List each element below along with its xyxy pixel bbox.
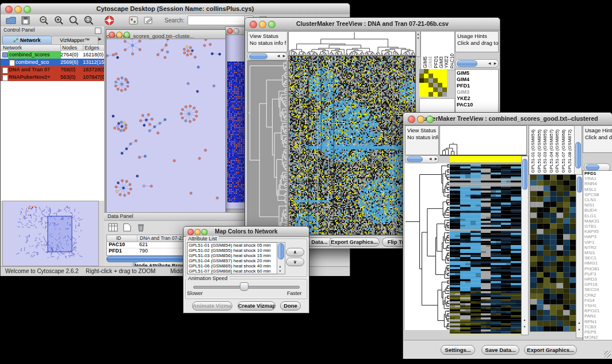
attribute-table-icon[interactable] — [108, 223, 119, 232]
speed-slider-thumb[interactable] — [240, 282, 248, 291]
matrix-row-label[interactable]: GIM4 — [456, 76, 498, 83]
gene-label[interactable]: ELG1 — [583, 213, 612, 219]
open-session-icon[interactable] — [5, 16, 17, 25]
close-button[interactable] — [109, 32, 115, 38]
scroll-up-arrow[interactable]: ▲ — [277, 265, 283, 269]
scroll-thumb[interactable] — [249, 53, 267, 59]
scroll-left-arrow[interactable]: ◀ — [276, 54, 281, 58]
scroll-thumb[interactable] — [586, 164, 599, 170]
minimize-button[interactable] — [194, 229, 201, 235]
minimize-button[interactable] — [234, 28, 239, 34]
attribute-item[interactable]: GPL51-07 (GSM868) heat shock 60 min — [188, 269, 278, 274]
zoom-in-icon[interactable] — [53, 16, 65, 25]
network-overview-panel[interactable] — [2, 201, 99, 266]
tv1-heatmap[interactable] — [288, 56, 416, 235]
attribute-item[interactable]: GPL51-02 (GSM855) heat shock 10 min — [188, 248, 278, 253]
network-row[interactable]: combined_sco2569(6)13112(15) — [1, 59, 104, 66]
matrix-row-label[interactable]: PFD1 — [456, 83, 498, 89]
move-down-button[interactable]: ∨ — [286, 258, 304, 266]
scroll-thumb[interactable] — [457, 60, 477, 67]
done-button[interactable]: Done — [280, 301, 301, 311]
gene-label[interactable]: NTR2 — [583, 245, 612, 250]
scroll-thumb[interactable] — [522, 159, 527, 190]
gene-label[interactable]: RPO21 — [583, 308, 612, 313]
tv1-row-dendrogram[interactable] — [247, 60, 288, 235]
network-row[interactable]: combined_scores2764(0)16218(0) — [1, 51, 104, 59]
attribute-item[interactable]: GPL51-03 (GSM856) heat shock 15 min — [188, 253, 278, 258]
close-button[interactable] — [188, 229, 194, 235]
float-panel-icon[interactable] — [95, 28, 101, 34]
resize-grip[interactable] — [604, 351, 611, 358]
save-session-icon[interactable] — [20, 16, 32, 25]
col-edges[interactable]: Edges — [83, 45, 100, 51]
network-row[interactable]: RNAPuberNov2+563(0)107847(0) — [1, 74, 104, 81]
gene-label[interactable]: RPN1 — [583, 319, 612, 324]
gene-label[interactable]: SEC24 — [583, 287, 612, 292]
matrix-row-label[interactable]: PAC10 — [456, 102, 498, 108]
create-vizmap-button[interactable]: Create Vizmap — [238, 301, 276, 311]
close-button[interactable] — [408, 116, 415, 123]
export-graphics-button[interactable]: Export Graphics... — [524, 345, 577, 355]
scroll-thumb[interactable] — [575, 142, 581, 168]
network-overview-canvas[interactable] — [3, 201, 97, 265]
minimize-button[interactable] — [14, 6, 22, 13]
zoom-out-icon[interactable] — [39, 16, 50, 25]
tv2-zoom-heatmap[interactable] — [530, 174, 577, 332]
gene-label[interactable]: RNR4 — [583, 181, 612, 186]
close-button[interactable] — [250, 21, 257, 28]
scroll-thumb[interactable] — [407, 156, 423, 162]
tv2-heatmap[interactable] — [449, 156, 522, 334]
gene-label[interactable]: PEP5 — [583, 329, 612, 335]
gene-label[interactable]: HAP3 — [583, 234, 612, 239]
network-row[interactable]: DNA and Tran 07769(0)183728(0) — [1, 66, 104, 74]
gene-label[interactable]: GPI16 — [583, 282, 612, 287]
gene-label[interactable]: SPC98 — [583, 192, 612, 197]
matrix-row-label[interactable]: GIM3 — [456, 89, 498, 95]
treeview2-titlebar[interactable]: ClusterMaker TreeView : combined_scores_… — [403, 113, 612, 125]
tab-overflow-button[interactable]: ▶ — [98, 37, 101, 41]
tv2-heatmap-vscrollbar[interactable]: ▲ ▼ — [521, 156, 529, 335]
zoom-button[interactable] — [124, 32, 130, 38]
minimize-button[interactable] — [417, 116, 424, 123]
gene-label[interactable]: TCB3 — [583, 324, 612, 329]
close-button[interactable] — [227, 28, 233, 34]
scroll-left-arrow[interactable]: ◀ — [487, 62, 492, 66]
network-view-canvas[interactable] — [106, 39, 224, 212]
gene-label[interactable]: HMG1 — [583, 260, 612, 266]
gene-label[interactable]: SEC1 — [583, 255, 612, 260]
gene-label[interactable]: PFD1 — [583, 171, 612, 176]
gene-label[interactable]: VIP1 — [583, 240, 612, 245]
tv1-column-dendrogram[interactable] — [288, 31, 416, 56]
gene-label[interactable]: GTB1 — [583, 224, 612, 229]
tv2-row-dendrogram[interactable] — [405, 163, 449, 330]
tv1-mini-scroll-strip[interactable]: ▲ ▼ — [416, 31, 420, 57]
scroll-left-arrow[interactable]: ◀ — [427, 157, 433, 161]
scroll-down-arrow[interactable]: ▼ — [576, 328, 582, 332]
scroll-down-arrow[interactable]: ▼ — [522, 325, 527, 329]
gene-label[interactable]: PUF3 — [583, 271, 612, 277]
scroll-right-arrow[interactable]: ▶ — [492, 62, 498, 66]
attribute-item[interactable]: GPL51-04 (GSM857) heat shock 20 min — [188, 258, 278, 263]
gene-label[interactable]: PHO81 — [583, 266, 612, 271]
zoom-button[interactable] — [201, 229, 208, 235]
scroll-down-arrow[interactable]: ▼ — [277, 269, 283, 273]
gene-label[interactable]: MSL1 — [583, 187, 612, 192]
zoom-selected-icon[interactable] — [68, 16, 80, 25]
gene-label[interactable]: HRD3 — [583, 277, 612, 282]
minimize-button[interactable] — [259, 21, 266, 28]
attribute-item[interactable]: GPL51-01 (GSM854) heat shock 05 min — [188, 243, 278, 248]
help-lifesaver-icon[interactable] — [104, 16, 116, 25]
scroll-thumb[interactable] — [278, 243, 284, 259]
gene-label[interactable]: YRA1 — [583, 176, 612, 181]
scroll-up-arrow[interactable]: ▲ — [576, 321, 582, 325]
gene-label[interactable]: FIG4 — [583, 298, 612, 303]
attribute-item[interactable]: GPL51-06 (GSM865) heat shock 40 min — [188, 263, 278, 269]
gene-label[interactable]: KAP95 — [583, 229, 612, 234]
gene-label[interactable]: NIS1 — [583, 202, 612, 208]
attribute-list-scrollbar[interactable]: ▲ ▼ — [277, 242, 285, 274]
close-button[interactable] — [5, 6, 13, 13]
gene-label[interactable]: YSH1 — [583, 303, 612, 308]
col-id[interactable]: ID — [116, 235, 121, 241]
scroll-right-arrow[interactable]: ▶ — [433, 157, 439, 161]
search-input[interactable] — [188, 16, 247, 25]
